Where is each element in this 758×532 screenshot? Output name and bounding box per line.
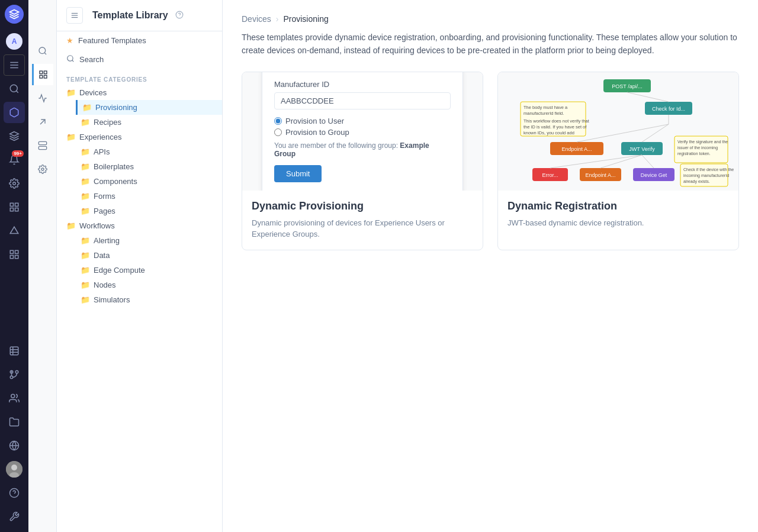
tree-item-apis[interactable]: 📁 APIs — [76, 144, 222, 159]
tree-item-boilerplates[interactable]: 📁 Boilerplates — [76, 159, 222, 174]
icon-rail: A 99+ — [0, 0, 28, 532]
user-avatar-rail[interactable]: A — [4, 31, 25, 52]
search-item[interactable]: Search — [57, 50, 222, 69]
workflow-icon[interactable] — [4, 196, 25, 218]
sec-workflows-icon[interactable] — [32, 88, 53, 109]
flow-diagram: POST /api/... The body must have a manuf… — [503, 72, 734, 191]
tree-item-forms[interactable]: 📁 Forms — [76, 189, 222, 204]
workflows-children: 📁 Alerting 📁 Data 📁 Edge Compute 📁 Nodes… — [57, 233, 222, 307]
svg-text:Error...: Error... — [542, 172, 558, 178]
svg-marker-10 — [10, 227, 18, 233]
breadcrumb-separator: › — [276, 14, 279, 24]
menu-icon[interactable] — [4, 54, 25, 76]
tree-item-edge-compute[interactable]: 📁 Edge Compute — [76, 263, 222, 278]
sec-connections-icon[interactable] — [32, 111, 53, 133]
tree-item-simulators[interactable]: 📁 Simulators — [76, 292, 222, 307]
app-logo[interactable] — [5, 5, 24, 24]
svg-line-36 — [40, 120, 45, 124]
folder-icon-forms: 📁 — [81, 192, 90, 201]
svg-rect-13 — [10, 256, 13, 259]
folder-icon-alerting: 📁 — [81, 236, 90, 245]
search-nav-icon — [66, 54, 75, 65]
people-icon[interactable] — [4, 388, 25, 409]
card-title-registration: Dynamic Registration — [508, 200, 729, 212]
sidebar-menu-button[interactable] — [66, 7, 83, 24]
svg-line-80 — [550, 155, 642, 168]
simulators-label: Simulators — [94, 295, 130, 304]
featured-templates-item[interactable]: ★ Featured Templates — [57, 31, 222, 50]
svg-point-41 — [41, 168, 44, 170]
tree-item-provisioning[interactable]: 📁 Provisioning — [76, 100, 222, 115]
manufacturer-id-input[interactable] — [274, 92, 451, 109]
card-desc-registration: JWT-based dynamic device registration. — [508, 217, 729, 229]
svg-text:POST /api/...: POST /api/... — [612, 83, 642, 89]
folder-icon-workflows: 📁 — [66, 221, 76, 230]
svg-rect-6 — [10, 203, 13, 206]
svg-marker-4 — [10, 132, 19, 137]
data-table-icon[interactable] — [4, 340, 25, 362]
section-label: TEMPLATE CATEGORIES — [57, 69, 222, 85]
folder-icon-simulators: 📁 — [81, 295, 90, 304]
tree-item-alerting[interactable]: 📁 Alerting — [76, 233, 222, 248]
svg-text:Check if the device with the: Check if the device with the — [683, 167, 734, 172]
folder-icon-apis: 📁 — [81, 147, 90, 156]
fork-icon[interactable] — [4, 364, 25, 385]
radio-provision-user: Provision to User — [274, 117, 451, 125]
bell-icon[interactable]: 99+ — [4, 149, 25, 170]
help-icon[interactable] — [4, 482, 25, 504]
sec-templates-icon[interactable] — [32, 64, 53, 85]
grid-icon[interactable] — [4, 244, 25, 265]
tree-item-devices[interactable]: 📁 Devices — [57, 85, 222, 100]
sec-search-icon[interactable] — [32, 40, 53, 62]
card-preview-provisioning: Manufacturer ID Provision to User Provis… — [242, 72, 483, 191]
folder-icon-recipes: 📁 — [81, 118, 90, 127]
boilerplates-label: Boilerplates — [94, 162, 134, 171]
nodes-label: Nodes — [94, 280, 116, 289]
svg-rect-11 — [10, 250, 13, 253]
svg-rect-12 — [15, 250, 18, 253]
globe-icon[interactable] — [4, 435, 25, 456]
main-content: Devices › Provisioning These templates p… — [223, 0, 758, 532]
submit-button[interactable]: Submit — [274, 165, 322, 182]
card-title-provisioning: Dynamic Provisioning — [252, 200, 473, 212]
folder-icon-provisioning: 📁 — [82, 103, 92, 112]
svg-rect-38 — [38, 146, 46, 149]
card-body-registration: Dynamic Registration JWT-based dynamic d… — [498, 191, 738, 238]
settings-icon[interactable] — [4, 173, 25, 194]
box-icon[interactable] — [4, 102, 25, 123]
tree-item-experiences[interactable]: 📁 Experiences — [57, 130, 222, 144]
triangle-icon[interactable] — [4, 220, 25, 241]
tree-item-recipes[interactable]: 📁 Recipes — [76, 115, 222, 130]
user-avatar[interactable] — [6, 461, 23, 478]
svg-point-20 — [15, 370, 18, 373]
svg-rect-37 — [38, 141, 46, 144]
svg-rect-32 — [40, 71, 43, 74]
sec-storage-icon[interactable] — [32, 135, 53, 156]
edge-compute-label: Edge Compute — [94, 266, 145, 275]
svg-text:Device Get: Device Get — [641, 172, 667, 178]
folder-icon-rail[interactable] — [4, 411, 25, 433]
breadcrumb-parent[interactable]: Devices — [242, 14, 271, 24]
page-description: These templates provide dynamic device r… — [242, 31, 739, 57]
svg-text:JWT Verify: JWT Verify — [629, 146, 655, 152]
sidebar-help-icon[interactable] — [175, 11, 184, 21]
form-preview: Manufacturer ID Provision to User Provis… — [262, 72, 463, 191]
svg-point-31 — [39, 47, 46, 54]
sec-settings-icon[interactable] — [32, 159, 53, 180]
svg-rect-9 — [10, 208, 13, 211]
svg-rect-33 — [44, 71, 47, 74]
card-dynamic-provisioning[interactable]: Manufacturer ID Provision to User Provis… — [242, 72, 483, 250]
tree-item-data[interactable]: 📁 Data — [76, 248, 222, 263]
svg-text:issuer of the incoming: issuer of the incoming — [677, 146, 718, 150]
tree-item-workflows[interactable]: 📁 Workflows — [57, 218, 222, 233]
star-icon: ★ — [66, 36, 73, 45]
layers-icon[interactable] — [4, 125, 25, 147]
breadcrumb-current: Provisioning — [283, 14, 328, 24]
card-dynamic-registration[interactable]: POST /api/... The body must have a manuf… — [497, 72, 739, 250]
tree-item-nodes[interactable]: 📁 Nodes — [76, 278, 222, 292]
search-icon[interactable] — [4, 78, 25, 99]
tree-item-pages[interactable]: 📁 Pages — [76, 204, 222, 218]
tree-item-components[interactable]: 📁 Components — [76, 174, 222, 189]
tool-icon[interactable] — [4, 506, 25, 527]
svg-text:incoming manufacturerId: incoming manufacturerId — [683, 173, 729, 178]
